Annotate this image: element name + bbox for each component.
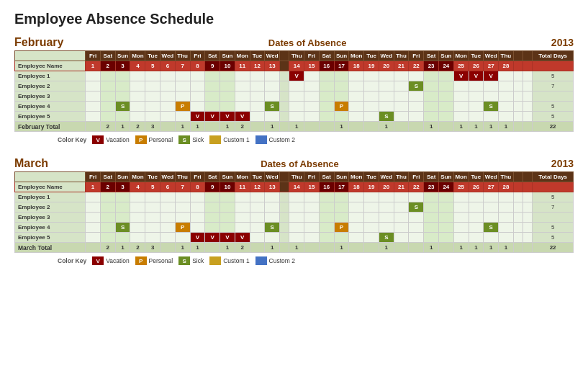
date-divider [280, 61, 289, 71]
emp-day-cell: P [175, 223, 190, 233]
employee-row: Employee 15 [15, 192, 574, 202]
key-box: S [178, 135, 190, 144]
total-cell [349, 122, 364, 132]
emp-spacer1 [513, 91, 523, 102]
header-total: Total Days [533, 172, 574, 182]
emp-day-cell [319, 202, 334, 213]
emp-day-cell [130, 223, 145, 233]
emp-day-cell [115, 202, 130, 213]
header-day: Sat [100, 51, 115, 61]
date-number: 18 [349, 182, 364, 192]
emp-day-cell: S [379, 233, 394, 243]
header-divider [280, 51, 289, 61]
total-row: February Total2123111211111111122 [15, 122, 574, 132]
emp-day-cell [250, 71, 265, 81]
total-cell: 1 [265, 243, 280, 253]
emp-spacer2 [523, 202, 533, 213]
total-cell [394, 122, 409, 132]
emp-day-cell [453, 112, 469, 122]
dates-of-absence-label: Dates of Absence [48, 158, 551, 169]
header-day: Wed [484, 51, 499, 61]
emp-day-cell [499, 213, 514, 223]
emp-day-cell [175, 112, 190, 122]
key-item-label: Sick [192, 136, 204, 143]
color-key: Color Key V Vacation P Personal S Sick C… [58, 135, 574, 144]
emp-day-cell [304, 112, 320, 122]
date-total-header [533, 182, 574, 192]
date-total-header [533, 61, 574, 71]
emp-day-cell [100, 81, 115, 91]
total-cell [86, 243, 101, 253]
emp-day-cell: V [190, 233, 205, 243]
emp-spacer2 [523, 71, 533, 81]
emp-day-cell: V [289, 71, 304, 81]
key-box: S [178, 256, 190, 265]
page-title: Employee Absence Schedule [14, 11, 574, 27]
emp-divider [280, 71, 289, 81]
header-day: Mon [453, 51, 469, 61]
emp-day-cell [250, 112, 265, 122]
color-key: Color Key V Vacation P Personal S Sick C… [58, 256, 574, 265]
total-cell: 3 [145, 243, 160, 253]
key-box [255, 256, 267, 265]
emp-day-cell [349, 192, 364, 202]
emp-spacer2 [523, 81, 533, 91]
total-row-label: February Total [15, 122, 86, 132]
total-cell: 1 [115, 243, 130, 253]
emp-day-cell [160, 202, 176, 213]
emp-day-cell: V [484, 71, 499, 81]
header-spacer1 [513, 172, 523, 182]
employee-name: Employee 5 [15, 233, 86, 243]
emp-day-cell [409, 102, 424, 112]
date-number: 4 [130, 182, 145, 192]
total-divider [280, 243, 289, 253]
emp-day-cell [160, 223, 176, 233]
emp-day-cell [100, 233, 115, 243]
emp-day-cell [334, 213, 349, 223]
key-item-label: Sick [192, 257, 204, 264]
date-number: 21 [394, 61, 409, 71]
month-label: March [14, 157, 48, 170]
emp-day-cell [484, 112, 499, 122]
emp-day-cell [205, 102, 220, 112]
emp-day-cell [289, 91, 304, 102]
total-cell [438, 243, 453, 253]
total-cell [409, 243, 424, 253]
emp-day-cell: V [220, 112, 235, 122]
total-row-label: March Total [15, 243, 86, 253]
total-cell: 2 [100, 122, 115, 132]
total-cell [250, 243, 265, 253]
emp-day-cell [235, 71, 250, 81]
emp-day-cell [265, 213, 280, 223]
emp-day-cell: S [265, 223, 280, 233]
emp-day-cell [499, 81, 514, 91]
emp-day-cell: S [409, 202, 424, 213]
emp-day-cell [469, 91, 484, 102]
emp-day-cell: S [484, 102, 499, 112]
emp-day-cell [394, 112, 409, 122]
emp-day-cell [205, 91, 220, 102]
header-day: Thu [289, 51, 304, 61]
employee-total-days: 5 [533, 112, 574, 122]
emp-day-cell: V [235, 112, 250, 122]
date-number: 4 [130, 61, 145, 71]
header-total: Total Days [533, 51, 574, 61]
date-number: 26 [469, 182, 484, 192]
emp-day-cell [265, 91, 280, 102]
color-key-label: Color Key [58, 136, 86, 143]
emp-divider [280, 102, 289, 112]
total-cell: 2 [130, 243, 145, 253]
date-number: 5 [145, 182, 160, 192]
key-item: Custom 2 [255, 256, 295, 265]
emp-spacer1 [513, 223, 523, 233]
emp-day-cell [175, 233, 190, 243]
emp-day-cell [424, 213, 439, 223]
date-number: 1 [86, 61, 101, 71]
header-day: Mon [349, 51, 364, 61]
header-day: Sat [424, 51, 439, 61]
emp-day-cell [319, 102, 334, 112]
emp-day-cell [265, 202, 280, 213]
emp-day-cell [190, 202, 205, 213]
key-item: Custom 2 [255, 135, 295, 144]
emp-day-cell [289, 223, 304, 233]
